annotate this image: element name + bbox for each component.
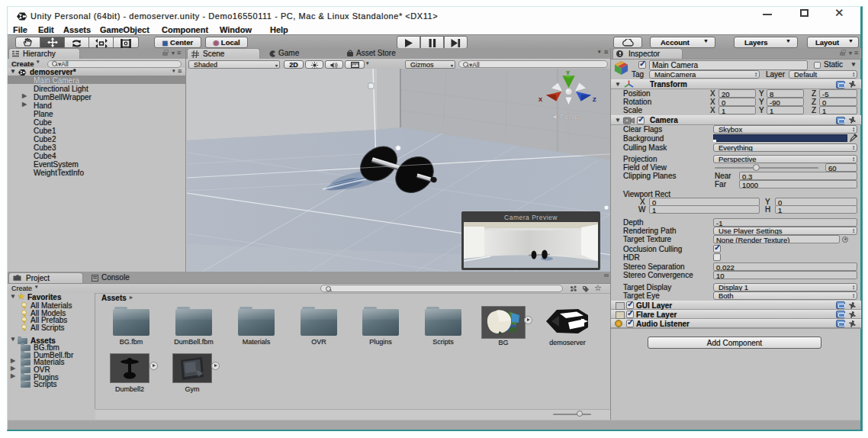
svg-text:Z: Z: [593, 96, 596, 103]
svg-text:Y: Y: [566, 69, 570, 76]
svg-text:◄ Persp: ◄ Persp: [551, 112, 579, 121]
svg-text:X: X: [538, 96, 542, 103]
svg-text:Camera Preview: Camera Preview: [504, 214, 558, 221]
